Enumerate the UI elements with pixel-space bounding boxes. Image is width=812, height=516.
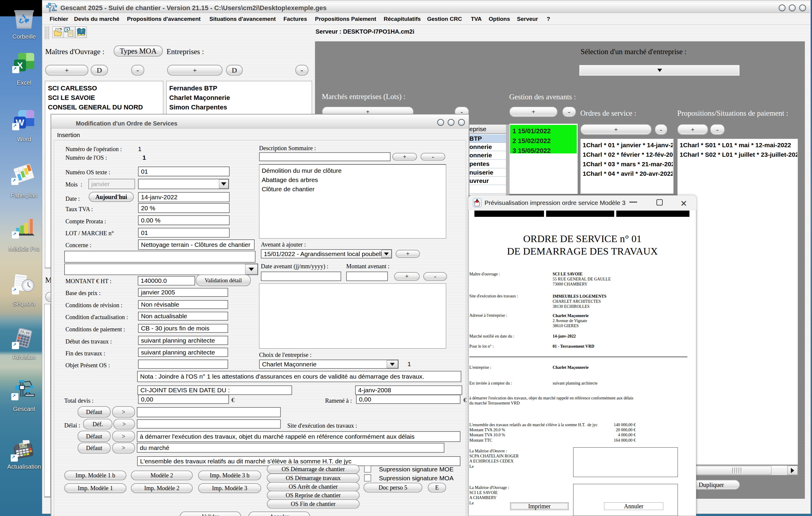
svg-text:?: ? <box>81 29 83 33</box>
